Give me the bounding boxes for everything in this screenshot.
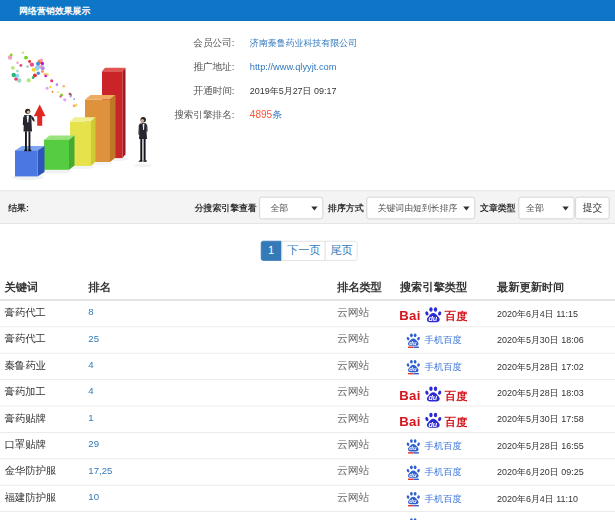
svg-text:Bai: Bai bbox=[400, 387, 421, 402]
svg-text:du: du bbox=[428, 314, 437, 323]
svg-text:du: du bbox=[409, 366, 417, 372]
svg-text:du: du bbox=[409, 445, 417, 451]
svg-text:du: du bbox=[428, 419, 437, 428]
svg-text:du: du bbox=[409, 498, 417, 504]
svg-text:du: du bbox=[409, 472, 417, 478]
svg-text:Bai: Bai bbox=[400, 308, 421, 323]
svg-text:百度: 百度 bbox=[444, 416, 467, 428]
svg-text:du: du bbox=[409, 340, 417, 346]
svg-text:百度: 百度 bbox=[444, 310, 467, 322]
svg-text:du: du bbox=[428, 393, 437, 402]
svg-text:百度: 百度 bbox=[444, 389, 467, 401]
svg-text:Bai: Bai bbox=[400, 414, 421, 429]
